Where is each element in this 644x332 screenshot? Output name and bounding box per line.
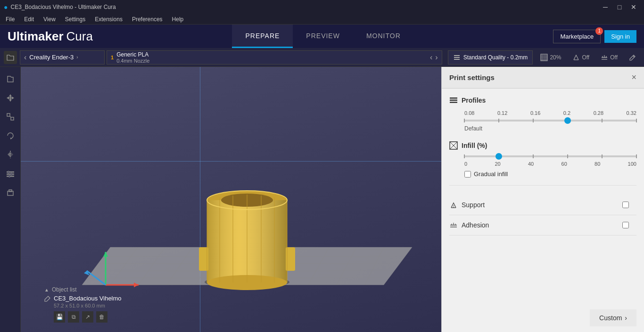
infill-value: 20% [550, 54, 561, 61]
infill-slider-handle[interactable] [495, 153, 502, 160]
profiles-icon [449, 96, 458, 105]
platform-svg [44, 106, 421, 313]
menu-extensions[interactable]: Extensions [93, 15, 124, 24]
main-content: ▲ Object list CE3_Bodacious Vihelmo 57.2… [0, 67, 644, 332]
object-list-header[interactable]: ▲ Object list [44, 286, 122, 293]
object-duplicate-button[interactable]: ⧉ [68, 311, 79, 323]
svg-rect-20 [11, 117, 14, 120]
title-bar: ● CE3_Bodacious Vihelmo - Ultimaker Cura… [0, 0, 644, 14]
support-icon [572, 54, 580, 61]
svg-rect-78 [450, 102, 457, 103]
gradual-infill-checkbox[interactable] [464, 171, 471, 178]
top-bar-right: Marketplace 1 Sign in [553, 30, 636, 43]
tick-2 [533, 119, 534, 122]
sidebar-move[interactable] [2, 89, 19, 106]
signin-button[interactable]: Sign in [604, 30, 636, 43]
print-settings-header: Print settings × [442, 67, 644, 89]
svg-rect-77 [450, 100, 457, 101]
infill-section: Infill (%) [449, 141, 636, 186]
tick-5 [636, 119, 637, 122]
settings-body: Profiles 0.08 0.12 0.16 0.2 0.28 0.32 [442, 89, 644, 304]
object-list-chevron: ▲ [44, 287, 49, 292]
sidebar-rotate[interactable] [2, 127, 19, 144]
gradual-infill: Gradual infill [464, 170, 636, 178]
tab-preview[interactable]: PREVIEW [293, 24, 353, 48]
svg-rect-19 [7, 113, 10, 116]
layers-icon [453, 54, 461, 61]
open-folder-button[interactable] [4, 51, 17, 64]
svg-rect-0 [454, 55, 460, 56]
menu-file[interactable]: File [4, 15, 17, 24]
menu-settings[interactable]: Settings [63, 15, 87, 24]
folder-icon [7, 54, 14, 61]
left-sidebar [0, 67, 21, 332]
infill-labels: 0 20 40 60 80 100 [464, 161, 636, 167]
print-settings-panel: Print settings × Profiles [441, 67, 644, 332]
nozzle-name: 0.4mm Nozzle [116, 58, 149, 64]
menu-preferences[interactable]: Preferences [130, 15, 165, 24]
title-bar-controls: ─ □ ✕ [599, 0, 640, 14]
marketplace-button[interactable]: Marketplace 1 [553, 30, 601, 43]
svg-line-21 [10, 116, 11, 117]
settings-bar: Standard Quality - 0.2mm 20% Off [448, 50, 640, 65]
profile-slider-handle[interactable] [564, 117, 571, 124]
menu-bar: File Edit View Settings Extensions Prefe… [0, 14, 644, 24]
menu-view[interactable]: View [41, 15, 58, 24]
material-selector[interactable]: 1 Generic PLA 0.4mm Nozzle ‹ › [107, 50, 442, 65]
sidebar-open-file[interactable] [2, 71, 19, 88]
profiles-section: Profiles 0.08 0.12 0.16 0.2 0.28 0.32 [449, 96, 636, 132]
title-bar-left: ● CE3_Bodacious Vihelmo - Ultimaker Cura [4, 3, 116, 11]
profiles-label: Profiles [462, 97, 486, 104]
tick-4 [602, 119, 603, 122]
profile-slider-track[interactable] [464, 120, 636, 121]
support-checkbox[interactable] [622, 202, 629, 208]
profiles-header: Profiles [449, 96, 636, 105]
adhesion-label-row: Adhesion [449, 221, 489, 229]
custom-button[interactable]: Custom › [590, 309, 636, 326]
profile-slider-container: 0.08 0.12 0.16 0.2 0.28 0.32 [449, 110, 636, 132]
sidebar-mirror[interactable] [2, 146, 19, 163]
sidebar-scale[interactable] [2, 108, 19, 125]
object-move-button[interactable]: ↗ [82, 311, 93, 323]
maximize-button[interactable]: □ [613, 0, 626, 14]
profile-default: Default [464, 125, 636, 132]
sidebar-per-model-settings[interactable] [2, 165, 19, 182]
infill-label: Infill (%) [462, 142, 487, 149]
menu-edit[interactable]: Edit [22, 15, 36, 24]
svg-rect-76 [450, 97, 457, 99]
tab-monitor[interactable]: MONITOR [353, 24, 414, 48]
infill-tick-3 [567, 154, 568, 158]
svg-marker-25 [10, 152, 13, 157]
object-actions: 💾 ⧉ ↗ 🗑 [54, 311, 122, 323]
minimize-button[interactable]: ─ [599, 0, 612, 14]
secondary-bar: ‹ Creality Ender-3 › 1 Generic PLA 0.4mm… [0, 48, 644, 67]
material-badge: 1 [111, 55, 114, 60]
viewport[interactable]: ▲ Object list CE3_Bodacious Vihelmo 57.2… [21, 67, 644, 332]
adhesion-section: Adhesion [449, 215, 636, 235]
infill-setting[interactable]: 20% [537, 50, 565, 65]
object-save-button[interactable]: 💾 [54, 311, 65, 323]
pencil-icon [629, 54, 636, 61]
edit-settings[interactable] [625, 50, 640, 65]
infill-slider-track[interactable] [464, 155, 636, 157]
tick-1 [498, 119, 499, 122]
adhesion-label: Adhesion [462, 221, 489, 229]
adhesion-setting[interactable]: Off [597, 50, 621, 65]
custom-btn-container: Custom › [442, 304, 644, 332]
svg-point-30 [10, 173, 12, 175]
support-setting[interactable]: Off [569, 50, 593, 65]
object-delete-button[interactable]: 🗑 [96, 311, 107, 323]
edit-name-icon[interactable] [44, 295, 51, 302]
svg-point-29 [8, 171, 9, 173]
tab-prepare[interactable]: PREPARE [232, 24, 293, 48]
print-settings-close[interactable]: × [631, 73, 636, 82]
object-list-label: Object list [52, 286, 77, 293]
menu-help[interactable]: Help [170, 15, 186, 24]
printer-selector[interactable]: ‹ Creality Ender-3 › [20, 50, 105, 65]
custom-arrow: › [625, 314, 627, 322]
logo-ultimaker: Ultimaker [8, 29, 64, 44]
close-button[interactable]: ✕ [627, 0, 640, 14]
adhesion-checkbox[interactable] [622, 222, 629, 228]
quality-button[interactable]: Standard Quality - 0.2mm [448, 50, 533, 65]
sidebar-support-blocker[interactable] [2, 184, 19, 201]
